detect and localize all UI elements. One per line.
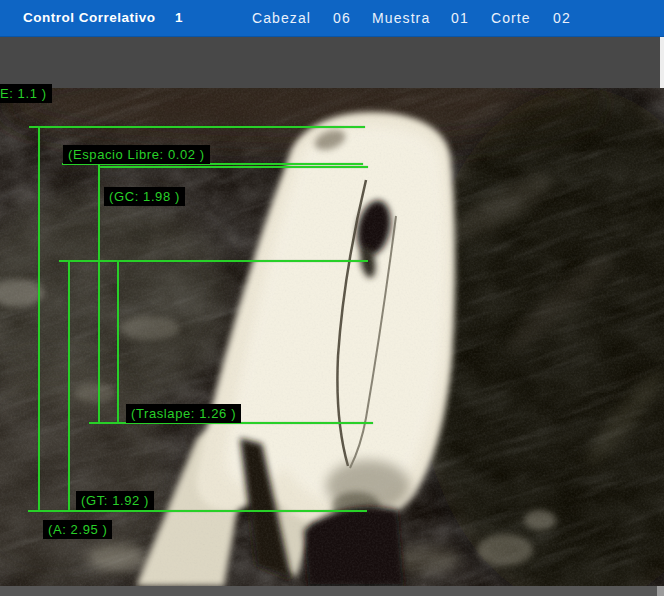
measure-line-gc-vertical xyxy=(98,164,100,423)
label-traslape: (Traslape: 1.26 ) xyxy=(126,404,241,423)
bottom-status-bar xyxy=(0,586,657,596)
field-value-cabezal: 06 xyxy=(333,0,351,36)
measure-line-gt-vertical xyxy=(68,261,70,511)
label-gc: (GC: 1.98 ) xyxy=(104,187,185,206)
measure-line-espacio-lower xyxy=(100,166,368,168)
measure-line-e-top xyxy=(29,126,365,128)
label-gt: (GT: 1.92 ) xyxy=(76,491,154,510)
toolbar-panel xyxy=(0,37,664,88)
measure-line-base xyxy=(28,510,367,512)
measure-line-traslape-vertical xyxy=(117,261,119,424)
label-a: (A: 2.95 ) xyxy=(43,520,112,539)
bottom-corner xyxy=(657,586,664,596)
field-label-corte: Corte xyxy=(491,0,531,36)
label-e: (E: 1.1 ) xyxy=(0,84,52,103)
field-label-muestra: Muestra xyxy=(372,0,430,36)
right-edge-strip xyxy=(660,37,664,90)
field-value-muestra: 01 xyxy=(451,0,469,36)
label-espacio-libre: (Espacio Libre: 0.02 ) xyxy=(63,145,210,164)
measure-line-mid xyxy=(59,260,368,262)
app-window: Control Correlativo 1 Cabezal 06 Muestra… xyxy=(0,0,664,596)
field-value-corte: 02 xyxy=(553,0,571,36)
app-title: Control Correlativo xyxy=(23,0,156,36)
field-label-cabezal: Cabezal xyxy=(252,0,311,36)
measure-line-a-vertical xyxy=(38,127,40,511)
title-bar: Control Correlativo 1 Cabezal 06 Muestra… xyxy=(0,0,664,37)
correlative-number: 1 xyxy=(175,0,183,36)
